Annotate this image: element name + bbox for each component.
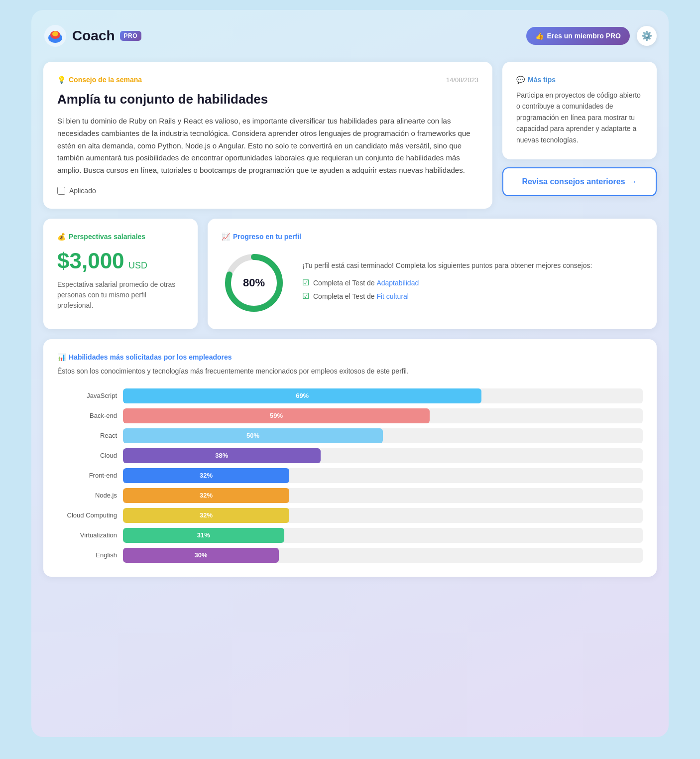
check-icon-2: ☑	[302, 291, 309, 301]
pro-member-label: Eres un miembro PRO	[547, 32, 621, 40]
bar-track: 32%	[123, 508, 643, 523]
bar-pct: 59%	[270, 412, 283, 419]
bar-fill: 32%	[123, 508, 289, 523]
more-tips-header: 💬 Más tips	[516, 76, 643, 84]
skills-label: 📊 Habilidades más solicitadas por los em…	[57, 353, 643, 361]
pro-badge: PRO	[120, 31, 142, 41]
progress-icon: 📈	[222, 233, 230, 241]
applied-label: Aplicado	[69, 187, 96, 195]
salary-icon: 💰	[57, 233, 66, 241]
salary-currency: USD	[128, 260, 147, 270]
donut-chart: 80%	[222, 251, 286, 315]
applied-checkbox-input[interactable]	[57, 187, 65, 195]
tip-card-header: 💡 Consejo de la semana 14/08/2023	[57, 76, 478, 84]
bar-row: Cloud Computing32%	[57, 508, 643, 523]
bar-track: 31%	[123, 528, 643, 543]
salary-amount-row: $3,000 USD	[57, 249, 184, 273]
bar-fill: 32%	[123, 468, 289, 483]
header-right: 👍 Eres un miembro PRO ⚙️	[526, 26, 657, 46]
progress-item-2: ☑ Completa el Test de Fit cultural	[302, 291, 643, 301]
progress-label-text: Progreso en tu perfil	[233, 233, 301, 241]
adaptabilidad-link[interactable]: Adaptabilidad	[376, 279, 419, 287]
progress-label: 📈 Progreso en tu perfil	[222, 233, 643, 241]
app-container: Coach PRO 👍 Eres un miembro PRO ⚙️ 💡 Con…	[31, 10, 669, 737]
more-tips-label: Más tips	[528, 76, 556, 84]
logo-icon	[43, 24, 67, 48]
bar-track: 50%	[123, 428, 643, 443]
salary-label: 💰 Perspectivas salariales	[57, 233, 184, 241]
bar-row: Front-end32%	[57, 468, 643, 483]
tip-date: 14/08/2023	[446, 76, 478, 84]
bar-fill: 31%	[123, 528, 284, 543]
main-grid: 💡 Consejo de la semana 14/08/2023 Amplía…	[43, 62, 657, 209]
chart-area: JavaScript69%Back-end59%React50%Cloud38%…	[57, 388, 643, 563]
check-icon-1: ☑	[302, 278, 309, 287]
bar-label: English	[57, 551, 117, 559]
bottom-grid: 💰 Perspectivas salariales $3,000 USD Esp…	[43, 219, 657, 329]
tip-icon: 💡	[57, 76, 66, 84]
salary-label-text: Perspectivas salariales	[69, 233, 145, 241]
bar-label: Cloud	[57, 452, 117, 459]
bar-track: 32%	[123, 488, 643, 503]
bar-label: Virtualization	[57, 531, 117, 539]
bar-fill: 69%	[123, 388, 481, 403]
donut-label: 80%	[243, 276, 265, 289]
logo-area: Coach PRO	[43, 24, 141, 48]
progress-item-1-text: Completa el Test de Adaptabilidad	[313, 279, 419, 287]
settings-button[interactable]: ⚙️	[637, 26, 657, 46]
bar-pct: 69%	[296, 392, 309, 399]
bar-track: 59%	[123, 408, 643, 423]
more-tips-card: 💬 Más tips Participa en proyectos de cód…	[502, 62, 657, 159]
tip-body: Si bien tu dominio de Ruby on Rails y Re…	[57, 115, 478, 177]
fit-cultural-link[interactable]: Fit cultural	[376, 292, 409, 300]
pro-member-button[interactable]: 👍 Eres un miembro PRO	[526, 27, 630, 45]
progress-item-2-text: Completa el Test de Fit cultural	[313, 292, 409, 300]
tip-card: 💡 Consejo de la semana 14/08/2023 Amplía…	[43, 62, 492, 209]
bar-fill: 50%	[123, 428, 383, 443]
bar-label: JavaScript	[57, 392, 117, 399]
bar-pct: 30%	[195, 551, 208, 559]
bar-row: JavaScript69%	[57, 388, 643, 403]
bar-label: Back-end	[57, 412, 117, 419]
bar-pct: 32%	[200, 511, 213, 519]
bar-track: 30%	[123, 548, 643, 563]
bar-fill: 59%	[123, 408, 430, 423]
bar-row: English30%	[57, 548, 643, 563]
app-title: Coach	[72, 28, 115, 44]
bar-row: React50%	[57, 428, 643, 443]
bar-track: 38%	[123, 448, 643, 463]
bar-row: Back-end59%	[57, 408, 643, 423]
bar-pct: 38%	[215, 452, 228, 459]
bar-label: Cloud Computing	[57, 511, 117, 519]
bar-row: Cloud38%	[57, 448, 643, 463]
more-tips-icon: 💬	[516, 76, 525, 84]
skills-label-text: Habilidades más solicitadas por los empl…	[69, 353, 232, 361]
tip-label: 💡 Consejo de la semana	[57, 76, 142, 84]
bar-fill: 30%	[123, 548, 279, 563]
bar-pct: 32%	[200, 472, 213, 479]
bar-label: React	[57, 432, 117, 439]
skills-section: 📊 Habilidades más solicitadas por los em…	[43, 339, 657, 577]
review-btn-label: Revisa consejos anteriores	[522, 177, 625, 186]
bar-track: 32%	[123, 468, 643, 483]
bar-track: 69%	[123, 388, 643, 403]
review-button[interactable]: Revisa consejos anteriores →	[502, 167, 657, 196]
more-tips-text: Participa en proyectos de código abierto…	[516, 90, 643, 145]
applied-checkbox[interactable]: Aplicado	[57, 187, 478, 195]
progress-content: 80% ¡Tu perfil está casi terminado! Comp…	[222, 251, 643, 315]
sidebar-cards: 💬 Más tips Participa en proyectos de cód…	[502, 62, 657, 209]
progress-desc: ¡Tu perfil está casi terminado! Completa…	[302, 260, 643, 271]
skills-desc: Éstos son los conocimientos y tecnología…	[57, 366, 643, 377]
salary-card: 💰 Perspectivas salariales $3,000 USD Esp…	[43, 219, 198, 329]
header: Coach PRO 👍 Eres un miembro PRO ⚙️	[43, 22, 657, 50]
salary-amount: $3,000	[57, 249, 124, 273]
bar-pct: 50%	[246, 432, 259, 439]
pro-member-emoji: 👍	[535, 32, 544, 40]
skills-card: 📊 Habilidades más solicitadas por los em…	[43, 339, 657, 577]
salary-desc: Espectativa salarial promedio de otras p…	[57, 279, 184, 311]
tip-label-text: Consejo de la semana	[69, 76, 142, 84]
progress-info: ¡Tu perfil está casi terminado! Completa…	[302, 260, 643, 305]
bar-label: Node.js	[57, 492, 117, 499]
profile-progress-card: 📈 Progreso en tu perfil 80% ¡Tu perfil e…	[208, 219, 657, 329]
review-btn-arrow: →	[629, 177, 637, 186]
